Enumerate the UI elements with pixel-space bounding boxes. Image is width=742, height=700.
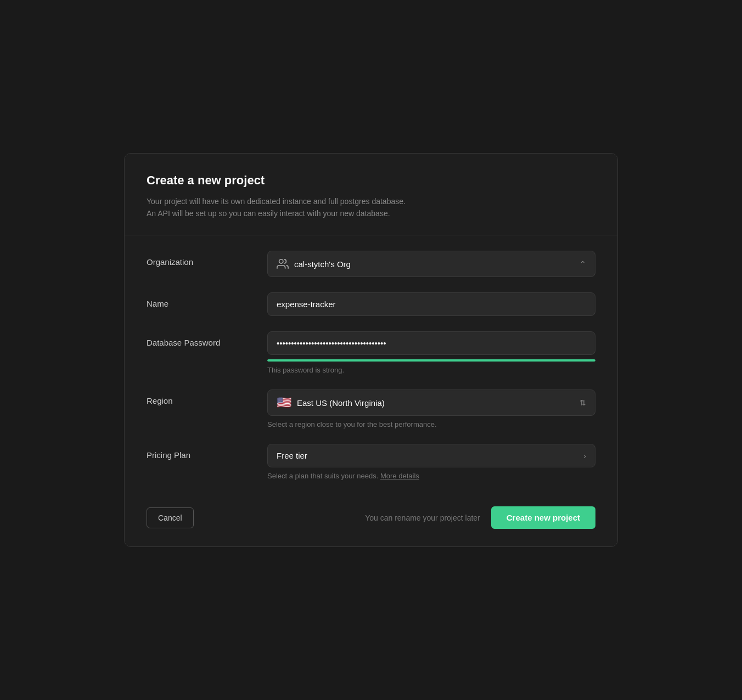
organization-select-left: cal-stytch's Org xyxy=(277,258,351,270)
password-strength-fill xyxy=(267,359,595,362)
organization-row: Organization cal-stytch's Org ⌃ xyxy=(147,251,595,277)
footer-right: You can rename your project later Create… xyxy=(365,506,595,529)
modal-footer: Cancel You can rename your project later… xyxy=(147,495,595,529)
region-select[interactable]: 🇺🇸 East US (North Virginia) ⇅ xyxy=(267,389,595,416)
password-control: This password is strong. xyxy=(267,331,595,374)
pricing-select[interactable]: Free tier › xyxy=(267,444,595,467)
modal-title: Create a new project xyxy=(147,173,595,188)
description-line1: Your project will have its own dedicated… xyxy=(147,197,406,206)
pricing-select-left: Free tier xyxy=(277,451,307,460)
organization-icon xyxy=(277,258,289,270)
region-label: Region xyxy=(147,389,267,405)
section-divider xyxy=(125,235,617,235)
region-control: 🇺🇸 East US (North Virginia) ⇅ Select a r… xyxy=(267,389,595,428)
pricing-chevron-icon: › xyxy=(583,451,586,460)
region-chevron-icon: ⇅ xyxy=(580,398,586,407)
pricing-row: Pricing Plan Free tier › Select a plan t… xyxy=(147,444,595,480)
pricing-more-details-link[interactable]: More details xyxy=(380,472,419,480)
organization-value: cal-stytch's Org xyxy=(294,259,351,269)
name-control xyxy=(267,292,595,316)
region-hint: Select a region close to you for the bes… xyxy=(267,420,595,428)
region-flag-icon: 🇺🇸 xyxy=(277,397,291,409)
password-wrapper: This password is strong. xyxy=(267,331,595,374)
name-label: Name xyxy=(147,292,267,308)
password-hint: This password is strong. xyxy=(267,366,595,374)
organization-label: Organization xyxy=(147,251,267,267)
name-input[interactable] xyxy=(267,292,595,316)
password-row: Database Password This password is stron… xyxy=(147,331,595,374)
region-select-left: 🇺🇸 East US (North Virginia) xyxy=(277,397,385,409)
password-label: Database Password xyxy=(147,331,267,347)
modal-description: Your project will have its own dedicated… xyxy=(147,195,595,220)
name-row: Name xyxy=(147,292,595,316)
password-input[interactable] xyxy=(267,331,595,355)
organization-select[interactable]: cal-stytch's Org ⌃ xyxy=(267,251,595,277)
organization-chevron-icon: ⌃ xyxy=(580,259,586,268)
pricing-label: Pricing Plan xyxy=(147,444,267,460)
pricing-hint-text: Select a plan that suits your needs. xyxy=(267,472,378,480)
cancel-button[interactable]: Cancel xyxy=(147,507,194,528)
create-project-modal: Create a new project Your project will h… xyxy=(124,153,618,547)
description-line2: An API will be set up so you can easily … xyxy=(147,209,390,218)
pricing-control: Free tier › Select a plan that suits you… xyxy=(267,444,595,480)
create-project-button[interactable]: Create new project xyxy=(491,506,595,529)
svg-point-0 xyxy=(279,259,283,263)
pricing-hint: Select a plan that suits your needs. Mor… xyxy=(267,472,595,480)
organization-control: cal-stytch's Org ⌃ xyxy=(267,251,595,277)
rename-hint: You can rename your project later xyxy=(365,513,480,522)
password-strength-bar xyxy=(267,359,595,362)
region-value: East US (North Virginia) xyxy=(297,398,385,408)
pricing-value: Free tier xyxy=(277,451,307,460)
region-row: Region 🇺🇸 East US (North Virginia) ⇅ Sel… xyxy=(147,389,595,428)
